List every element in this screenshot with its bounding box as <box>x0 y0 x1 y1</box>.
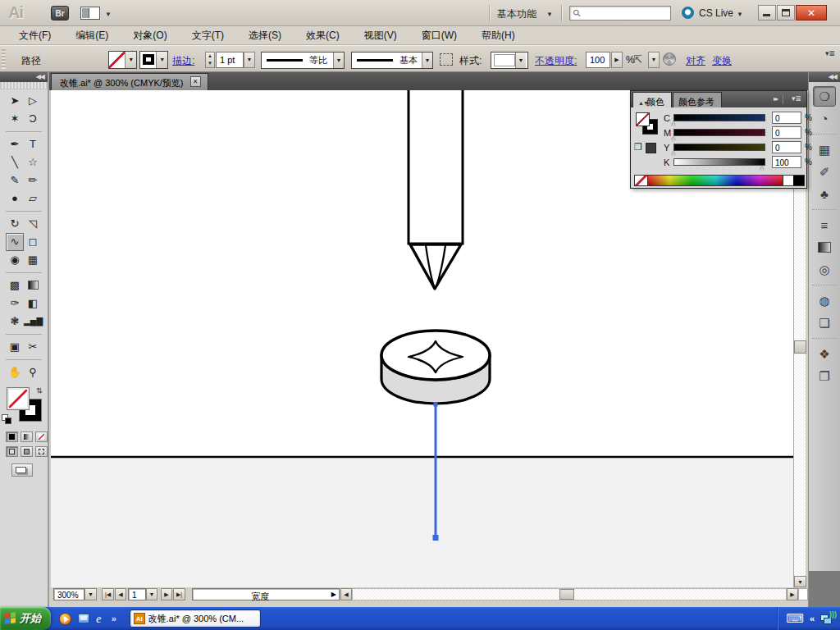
zoom-level-field[interactable]: 300% <box>53 588 84 600</box>
mesh-tool[interactable]: ▩ <box>6 276 24 294</box>
horizontal-scrollbar[interactable] <box>352 588 787 600</box>
default-fill-stroke-icon[interactable] <box>2 414 11 424</box>
blob-brush-tool[interactable]: ● <box>6 189 24 208</box>
minimize-button[interactable] <box>758 5 776 21</box>
scale-tool[interactable]: ◹ <box>24 215 42 233</box>
tools-panel-header[interactable]: ◀◀ <box>0 72 48 82</box>
stroke-panel-link[interactable]: 描边: <box>172 54 194 68</box>
gradient-mode-button[interactable] <box>21 431 33 442</box>
brush-dropdown-icon[interactable]: ▼ <box>422 52 432 68</box>
tab-color-guide[interactable]: 颜色参考 <box>673 92 722 107</box>
arrange-documents-button[interactable] <box>80 7 100 20</box>
magenta-slider-thumb[interactable]: ▲ <box>670 135 677 142</box>
pasteboard[interactable] <box>51 458 793 587</box>
profile-dropdown-icon[interactable]: ▼ <box>333 52 344 68</box>
bridge-button[interactable]: Br <box>51 6 69 21</box>
menu-type[interactable]: 文字(T) <box>180 26 236 45</box>
rotate-tool[interactable]: ↻ <box>6 215 24 233</box>
cyan-slider[interactable] <box>673 114 765 121</box>
magic-wand-tool[interactable]: ✶ <box>6 110 24 128</box>
fill-none-swatch[interactable] <box>109 52 126 68</box>
tab-color[interactable]: ▲▼颜色 <box>632 92 672 107</box>
opacity-dropdown[interactable]: ▶ <box>611 52 623 68</box>
previous-artboard-button[interactable]: ◀ <box>115 588 126 600</box>
panel-collapse-icon[interactable]: ▲▼ <box>638 100 644 106</box>
menu-file[interactable]: 文件(F) <box>7 26 63 45</box>
gradient-tool[interactable] <box>24 276 42 294</box>
spectrum-none-swatch[interactable] <box>635 176 648 185</box>
control-bar-grip[interactable] <box>2 49 6 69</box>
collapse-panel-icon[interactable]: ◀◀ <box>36 73 44 80</box>
selection-tool[interactable]: ➤ <box>6 92 24 110</box>
eraser-tool[interactable]: ▱ <box>24 189 42 208</box>
panel-icon-gradient[interactable] <box>813 237 836 258</box>
swap-fill-stroke-icon[interactable]: ⇄ <box>35 387 43 394</box>
opacity-field[interactable]: 100 <box>586 52 610 68</box>
network-icon[interactable]: ))) <box>820 613 833 624</box>
panel-icon-color-guide[interactable]: ◔ <box>813 108 836 129</box>
panel-menu-icon[interactable]: ▾≣ <box>792 94 801 103</box>
dock-header[interactable]: ◀◀ <box>809 72 840 82</box>
yellow-value-field[interactable]: 0 <box>772 141 801 153</box>
first-artboard-button[interactable]: |◀ <box>102 588 114 600</box>
pen-tool[interactable]: ✒ <box>6 135 24 153</box>
control-bar-menu-icon[interactable]: ▾≣ <box>825 49 835 57</box>
menu-edit[interactable]: 编辑(E) <box>63 26 121 45</box>
expand-dock-icon[interactable]: ◀◀ <box>829 73 837 80</box>
status-display[interactable]: 宽度 ▶ <box>192 588 340 600</box>
stroke-width-field[interactable]: 1 pt <box>216 52 244 68</box>
slice-tool[interactable]: ✂ <box>24 338 42 356</box>
document-tab[interactable]: 改锥.ai* @ 300% (CMYK/预览) ✕ <box>51 73 208 90</box>
panel-icon-appearance[interactable]: ◍ <box>813 290 836 311</box>
width-profile-combo[interactable]: 等比 ▼ <box>261 52 345 69</box>
last-artboard-button[interactable]: ▶| <box>173 588 185 600</box>
media-player-icon[interactable] <box>59 613 71 625</box>
workspace-switcher[interactable]: 基本功能 <box>497 7 536 21</box>
next-artboard-button[interactable]: ▶ <box>161 588 172 600</box>
scroll-right-icon[interactable]: ▶ <box>787 588 798 600</box>
restore-button[interactable] <box>777 5 795 21</box>
cyan-value-field[interactable]: 0 <box>772 112 801 124</box>
draw-normal-button[interactable] <box>6 446 18 457</box>
magenta-slider[interactable] <box>673 129 765 136</box>
out-of-web-color-icon[interactable]: ❒ <box>634 142 642 153</box>
transform-link[interactable]: 变换 <box>712 54 732 68</box>
color-spectrum-bar[interactable] <box>634 175 805 186</box>
pencil-tool[interactable]: ✏ <box>24 171 42 189</box>
yellow-slider[interactable] <box>673 144 765 151</box>
lasso-tool[interactable]: Ɔ <box>24 110 42 128</box>
direct-selection-tool[interactable]: ▷ <box>24 92 42 110</box>
select-similar-dropdown[interactable]: ▼ <box>648 52 660 68</box>
paintbrush-tool[interactable]: ✎ <box>6 171 24 189</box>
fill-swatch[interactable] <box>7 388 29 409</box>
screen-mode-button[interactable] <box>11 463 33 477</box>
free-transform-tool[interactable]: ◻ <box>24 233 42 251</box>
menu-help[interactable]: 帮助(H) <box>469 26 527 45</box>
shape-builder-tool[interactable]: ◉ <box>6 251 24 269</box>
status-menu-icon[interactable]: ▶ <box>331 591 336 598</box>
artboard-number-field[interactable]: 1 <box>128 588 146 600</box>
zoom-dropdown-icon[interactable]: ▼ <box>84 588 97 600</box>
color-panel-header[interactable]: ▲▼颜色 颜色参考 ▸▸ ▾≣ <box>631 91 806 107</box>
fill-dropdown-icon[interactable]: ▼ <box>126 52 136 68</box>
panel-icon-brushes[interactable]: ✐ <box>813 162 836 182</box>
panel-icon-swatches[interactable]: ▦ <box>813 139 836 160</box>
search-box[interactable]: ⚲ <box>569 6 671 21</box>
closest-web-color-swatch[interactable] <box>646 143 656 153</box>
cyan-slider-thumb[interactable]: ▲ <box>670 120 677 127</box>
eyedropper-tool[interactable]: ✑ <box>6 294 24 313</box>
panel-icon-layers[interactable]: ❖ <box>813 344 836 364</box>
collapse-to-icons-icon[interactable]: ▸▸ <box>774 95 777 103</box>
opacity-link[interactable]: 不透明度: <box>535 54 577 68</box>
draw-inside-button[interactable] <box>35 446 48 457</box>
cs-live-menu[interactable]: CS Live <box>699 7 733 19</box>
type-tool[interactable]: T <box>24 135 42 153</box>
panel-icon-graphic-styles[interactable]: ❏ <box>813 313 836 333</box>
panel-icon-symbols[interactable]: ♣ <box>813 184 836 204</box>
hand-tool[interactable]: ✋ <box>6 363 24 381</box>
vertical-scroll-thumb[interactable] <box>794 340 806 354</box>
perspective-grid-tool[interactable]: ▦ <box>24 251 42 269</box>
screwdriver-tip[interactable] <box>410 244 461 289</box>
taskbar-window-button[interactable]: Ai 改锥.ai* @ 300% (CM... <box>130 609 261 628</box>
menu-object[interactable]: 对象(O) <box>121 26 179 45</box>
